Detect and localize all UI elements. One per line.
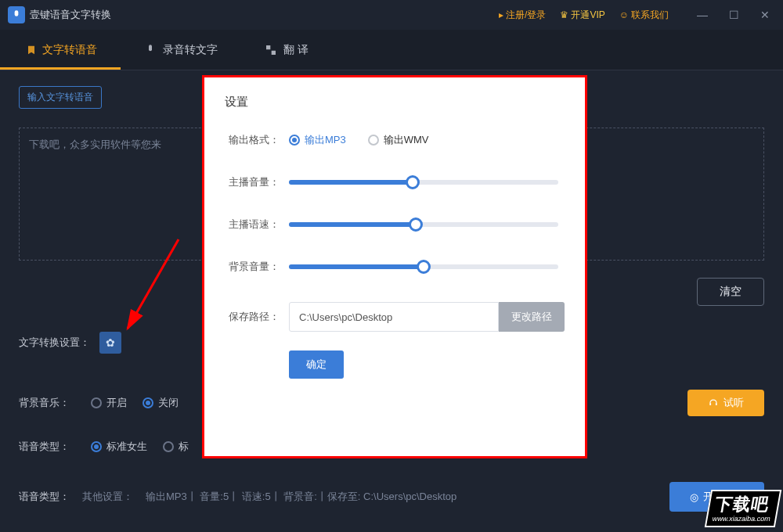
summary-row: 语音类型： 其他设置： 输出MP3丨 音量:5丨 语速:5丨 背景音:丨保存至:… [19, 482, 764, 512]
bg-music-on-radio[interactable]: 开启 [91, 396, 127, 410]
watermark-url: www.xiazaiba.com [712, 515, 771, 523]
anchor-speed-row: 主播语速： [225, 217, 565, 232]
vip-link[interactable]: ♛开通VIP [560, 9, 604, 22]
settings-dialog-outline: 设置 输出格式： 输出MP3 输出WMV 主播音量： 主播语速： [202, 75, 587, 458]
close-button[interactable]: ✕ [755, 5, 775, 25]
sub-tab-input-tts[interactable]: 输入文字转语音 [19, 86, 102, 109]
tab-speech-to-text[interactable]: 录音转文字 [121, 30, 241, 70]
app-window: 壹键语音文字转换 ▸注册/登录 ♛开通VIP ☺联系我们 — ☐ ✕ 文字转语音… [0, 0, 783, 532]
flag-icon: ▸ [499, 9, 503, 20]
summary-voice-label: 语音类型： [19, 490, 70, 504]
save-path-label: 保存路径： [225, 310, 280, 324]
play-icon: ◎ [690, 491, 698, 503]
bg-volume-slider[interactable] [289, 264, 558, 269]
app-title: 壹键语音文字转换 [30, 8, 111, 22]
dialog-title: 设置 [225, 95, 565, 110]
translate-icon [265, 44, 277, 56]
bg-volume-row: 背景音量： [225, 260, 565, 274]
tts-icon [23, 44, 36, 56]
anchor-volume-label: 主播音量： [225, 175, 280, 189]
app-logo-icon [8, 6, 25, 23]
voice-std-radio[interactable]: 标 [163, 440, 189, 454]
summary-other-label: 其他设置： [82, 490, 133, 504]
mic-icon [144, 44, 157, 56]
maximize-button[interactable]: ☐ [723, 5, 744, 25]
save-path-row: 保存路径： 更改路径 [225, 302, 565, 332]
main-tabs: 文字转语音 录音转文字 翻 译 [0, 30, 783, 70]
summary-values: 输出MP3丨 音量:5丨 语速:5丨 背景音:丨保存至: C:\Users\pc… [146, 490, 456, 504]
clear-button[interactable]: 清空 [697, 278, 764, 306]
window-controls: — ☐ ✕ [692, 5, 775, 25]
voice-type-label: 语音类型： [19, 440, 81, 454]
settings-gear-button[interactable]: ✿ [99, 332, 121, 354]
smile-icon: ☺ [619, 9, 629, 20]
output-mp3-radio[interactable]: 输出MP3 [289, 133, 346, 147]
tab-translate-label: 翻 译 [283, 43, 309, 57]
tab-text-to-speech[interactable]: 文字转语音 [0, 30, 121, 70]
tab-stt-label: 录音转文字 [163, 43, 218, 57]
bg-volume-label: 背景音量： [225, 260, 280, 274]
voice-female-radio[interactable]: 标准女生 [91, 440, 147, 454]
anchor-volume-row: 主播音量： [225, 175, 565, 189]
preview-listen-button[interactable]: 试听 [687, 390, 764, 416]
gear-icon: ✿ [106, 336, 115, 349]
watermark-text: 下载吧 [713, 494, 770, 514]
change-path-button[interactable]: 更改路径 [499, 302, 565, 332]
tab-tts-label: 文字转语音 [42, 43, 97, 57]
titlebar: 壹键语音文字转换 ▸注册/登录 ♛开通VIP ☺联系我们 — ☐ ✕ [0, 0, 783, 30]
settings-label: 文字转换设置： [19, 336, 90, 350]
titlebar-right: ▸注册/登录 ♛开通VIP ☺联系我们 — ☐ ✕ [499, 5, 775, 25]
settings-dialog: 设置 输出格式： 输出MP3 输出WMV 主播音量： 主播语速： [204, 77, 585, 456]
watermark: 下载吧 www.xiazaiba.com [708, 490, 778, 527]
headphone-icon [708, 397, 719, 410]
crown-icon: ♛ [560, 9, 568, 20]
minimize-button[interactable]: — [692, 5, 713, 25]
bg-music-off-radio[interactable]: 关闭 [143, 396, 179, 410]
anchor-speed-slider[interactable] [289, 222, 558, 227]
output-wmv-radio[interactable]: 输出WMV [368, 133, 429, 147]
dialog-ok-button[interactable]: 确定 [289, 350, 344, 379]
output-format-label: 输出格式： [225, 133, 280, 147]
anchor-volume-slider[interactable] [289, 180, 558, 185]
login-link[interactable]: ▸注册/登录 [499, 9, 546, 22]
anchor-speed-label: 主播语速： [225, 217, 280, 232]
save-path-input[interactable] [289, 302, 499, 332]
output-format-row: 输出格式： 输出MP3 输出WMV [225, 133, 565, 147]
contact-link[interactable]: ☺联系我们 [619, 9, 669, 22]
bg-music-label: 背景音乐： [19, 396, 81, 410]
tab-translate[interactable]: 翻 译 [241, 30, 332, 70]
